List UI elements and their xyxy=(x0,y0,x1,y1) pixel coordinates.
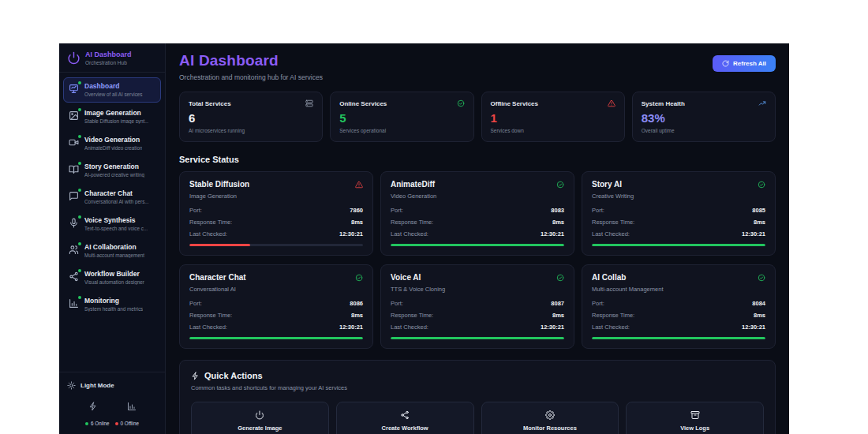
stat-card-online-services: Online Services 5 Services operational xyxy=(330,92,473,142)
quick-actions-panel: Quick Actions Common tasks and shortcuts… xyxy=(179,360,776,434)
response-time-value: 8ms xyxy=(552,312,564,319)
sidebar-item-voice-synthesis[interactable]: Voice SynthesisText-to-speech and voice … xyxy=(63,211,161,237)
status-dot xyxy=(78,189,81,192)
service-status-heading: Service Status xyxy=(179,155,776,164)
microphone-icon xyxy=(69,218,79,228)
sidebar-footer: Light Mode 6 Online 0 Offline xyxy=(59,372,165,434)
alert-triangle-icon xyxy=(355,181,363,189)
sidebar-item-desc: Conversational AI with pers... xyxy=(84,199,149,204)
page-subtitle: Orchestration and monitoring hub for AI … xyxy=(179,73,323,81)
service-name: Stable Diffusion xyxy=(189,180,249,189)
sidebar-header: AI Dashboard Orchestration Hub xyxy=(59,43,165,73)
check-circle-icon xyxy=(355,274,363,282)
sidebar-item-video-generation[interactable]: Video GenerationAnimateDiff video creati… xyxy=(63,131,161,156)
service-name: Character Chat xyxy=(189,273,246,282)
light-mode-toggle[interactable]: Light Mode xyxy=(67,379,157,393)
sidebar-item-workflow-builder[interactable]: Workflow BuilderVisual automation design… xyxy=(63,265,161,290)
chart-icon[interactable] xyxy=(127,402,137,411)
response-time-label: Response Time: xyxy=(189,219,232,226)
sidebar: AI Dashboard Orchestration Hub Dashboard… xyxy=(59,43,166,434)
check-circle-icon xyxy=(758,181,765,189)
quick-action-view-logs[interactable]: View Logs xyxy=(626,402,764,434)
service-status-summary: 6 Online 0 Offline xyxy=(67,417,157,426)
sidebar-item-desc: System health and metrics xyxy=(84,306,143,312)
sidebar-item-desc: AnimateDiff video creation xyxy=(84,145,142,151)
status-dot xyxy=(78,162,81,165)
sidebar-item-desc: AI-powered creative writing xyxy=(84,172,144,178)
service-name: AI Collab xyxy=(592,273,626,282)
book-icon xyxy=(69,164,79,174)
quick-action-monitor-resources[interactable]: Monitor Resources xyxy=(481,402,619,434)
health-bar-fill xyxy=(391,244,564,246)
stat-label: System Health xyxy=(642,100,685,107)
bolt-icon[interactable] xyxy=(88,402,98,411)
bar-chart-icon xyxy=(69,298,79,309)
port-value: 8084 xyxy=(752,300,765,307)
stat-value: 83% xyxy=(642,111,766,125)
archive-icon xyxy=(690,410,700,420)
service-category: Creative Writing xyxy=(592,193,765,200)
quick-action-label: View Logs xyxy=(680,425,709,432)
users-icon xyxy=(69,245,79,255)
health-bar-fill xyxy=(592,244,765,246)
service-name: Voice AI xyxy=(391,273,421,282)
quick-action-label: Create Workflow xyxy=(382,425,428,432)
status-dot xyxy=(78,296,81,299)
status-dot xyxy=(78,215,81,219)
stat-caption: Services operational xyxy=(339,128,464,133)
last-checked-value: 12:30:21 xyxy=(339,324,363,331)
sidebar-item-label: Monitoring xyxy=(84,297,143,305)
last-checked-label: Last Checked: xyxy=(592,230,630,238)
main-content: AI Dashboard Orchestration and monitorin… xyxy=(166,43,789,434)
stat-label: Total Services xyxy=(189,100,231,107)
quick-action-label: Monitor Resources xyxy=(523,425,577,432)
port-value: 8083 xyxy=(551,207,564,214)
check-circle-icon xyxy=(457,99,465,107)
bolt-icon xyxy=(191,372,200,380)
sidebar-item-story-generation[interactable]: Story GenerationAI-powered creative writ… xyxy=(63,158,161,183)
quick-actions-heading: Quick Actions xyxy=(204,371,263,380)
response-time-label: Response Time: xyxy=(189,312,232,319)
sidebar-item-label: Dashboard xyxy=(84,82,143,90)
sidebar-item-desc: Overview of all AI services xyxy=(84,92,143,97)
last-checked-label: Last Checked: xyxy=(592,324,630,331)
service-card-voice-ai: Voice AI TTS & Voice Cloning Port:8087 R… xyxy=(380,264,574,349)
quick-action-create-workflow[interactable]: Create Workflow xyxy=(336,402,474,434)
health-bar xyxy=(592,244,765,246)
sidebar-item-desc: Text-to-speech and voice c... xyxy=(84,226,148,231)
response-time-value: 8ms xyxy=(754,312,765,319)
chat-bubble-icon xyxy=(69,191,79,201)
light-mode-label: Light Mode xyxy=(80,382,114,389)
sun-icon xyxy=(67,381,76,390)
quick-action-generate-image[interactable]: Generate Image xyxy=(191,402,329,434)
sidebar-item-label: AI Collaboration xyxy=(84,243,144,251)
stat-label: Offline Services xyxy=(491,100,538,107)
image-icon xyxy=(69,110,79,121)
stat-caption: AI microservices running xyxy=(189,128,313,133)
alert-triangle-icon xyxy=(608,99,615,107)
service-card-stable-diffusion: Stable Diffusion Image Generation Port:7… xyxy=(179,171,373,256)
sidebar-item-monitoring[interactable]: MonitoringSystem health and metrics xyxy=(63,292,161,317)
sidebar-footer-icons xyxy=(67,393,157,417)
status-dot xyxy=(78,135,81,138)
stat-value: 1 xyxy=(491,111,615,125)
sidebar-nav: DashboardOverview of all AI services Ima… xyxy=(59,73,165,372)
port-label: Port: xyxy=(391,300,403,307)
sidebar-item-label: Voice Synthesis xyxy=(84,216,148,224)
check-circle-icon xyxy=(556,181,564,189)
stats-row: Total Services 6 AI microservices runnin… xyxy=(179,92,776,142)
service-category: Multi-account Management xyxy=(592,286,765,293)
refresh-all-button[interactable]: Refresh All xyxy=(713,55,776,72)
sidebar-item-ai-collaboration[interactable]: AI CollaborationMulti-account management xyxy=(63,238,161,264)
stat-value: 5 xyxy=(339,111,464,125)
last-checked-label: Last Checked: xyxy=(189,230,227,238)
sidebar-item-dashboard[interactable]: DashboardOverview of all AI services xyxy=(63,77,161,103)
service-category: Image Generation xyxy=(189,193,363,200)
sidebar-item-image-generation[interactable]: Image GenerationStable Diffusion image s… xyxy=(63,104,161,129)
sidebar-item-label: Workflow Builder xyxy=(84,270,144,278)
page-header: AI Dashboard Orchestration and monitorin… xyxy=(179,52,776,81)
sidebar-item-character-chat[interactable]: Character ChatConversational AI with per… xyxy=(63,185,161,210)
sidebar-item-desc: Multi-account management xyxy=(84,253,144,258)
status-dot xyxy=(78,81,81,84)
response-time-label: Response Time: xyxy=(592,219,634,226)
